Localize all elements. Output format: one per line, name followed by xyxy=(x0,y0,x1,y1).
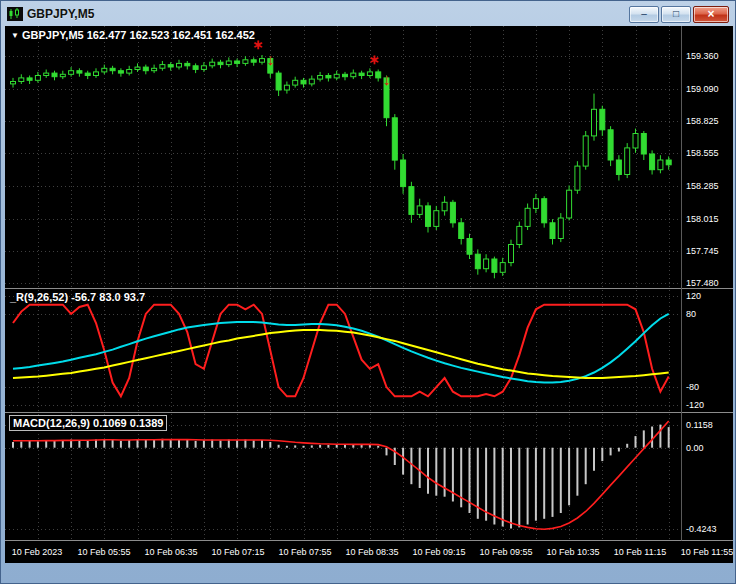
macd-scale-label: 0.1158 xyxy=(686,420,713,430)
time-axis[interactable]: 10 Feb 202310 Feb 05:5510 Feb 06:3510 Fe… xyxy=(12,547,733,557)
main-pane-ohlc-label: GBPJPY,M5 162.477 162.523 162.451 162.45… xyxy=(22,29,255,41)
macd-indicator-label: MACD(12,26,9) 0.1069 0.1389 xyxy=(9,415,167,431)
price-label: 159.360 xyxy=(686,51,719,61)
macd-layer xyxy=(13,421,669,529)
wpr-lines-layer xyxy=(13,305,669,397)
time-label: 10 Feb 2023 xyxy=(12,547,63,557)
time-label: 10 Feb 09:15 xyxy=(412,547,465,557)
time-label: 10 Feb 10:35 xyxy=(546,547,599,557)
macd-signal-line xyxy=(13,421,669,529)
price-axis[interactable]: 159.360159.090158.825158.555158.285158.0… xyxy=(686,51,719,534)
candles-layer xyxy=(11,55,672,278)
minimize-button[interactable]: – xyxy=(629,6,659,23)
time-label: 10 Feb 05:55 xyxy=(77,547,130,557)
time-label: 10 Feb 08:35 xyxy=(345,547,398,557)
price-label: 157.745 xyxy=(686,246,719,256)
wpr-line-mid xyxy=(13,314,669,383)
price-label: 158.015 xyxy=(686,214,719,224)
price-label: 159.090 xyxy=(686,84,719,94)
macd-scale-label: 0.00 xyxy=(686,443,704,453)
window-controls: – □ × xyxy=(627,6,731,23)
chart-canvas[interactable]: ∗↓∗↓ 159.360159.090158.825158.555158.285… xyxy=(5,26,733,563)
sell-arrow-icon: ↓ xyxy=(383,71,391,88)
wpr-line-slow xyxy=(13,330,669,378)
main-pane-info: ▼GBPJPY,M5 162.477 162.523 162.451 162.4… xyxy=(11,29,255,41)
wpr-scale-label: 80 xyxy=(686,309,696,319)
window-titlebar[interactable]: GBPJPY,M5 – □ × xyxy=(5,3,731,25)
chart-window: GBPJPY,M5 – □ × ∗↓∗↓ 159.360159.090158.8… xyxy=(0,0,736,584)
symbol-dropdown-icon[interactable]: ▼ xyxy=(11,31,19,40)
wpr-scale-label: -120 xyxy=(686,400,704,410)
sell-arrow-icon: ↓ xyxy=(266,51,274,68)
grid-layer xyxy=(5,26,681,540)
maximize-button[interactable]: □ xyxy=(661,6,691,23)
price-label: 158.285 xyxy=(686,181,719,191)
time-label: 10 Feb 11:55 xyxy=(681,547,733,557)
macd-scale-label: -0.4243 xyxy=(686,524,717,534)
price-label: 158.825 xyxy=(686,116,719,126)
price-label: 158.555 xyxy=(686,148,719,158)
time-label: 10 Feb 11:15 xyxy=(614,547,666,557)
window-chart-icon xyxy=(7,7,23,21)
time-label: 10 Feb 09:55 xyxy=(479,547,532,557)
time-label: 10 Feb 06:35 xyxy=(144,547,197,557)
wpr-scale-label: -80 xyxy=(686,382,699,392)
window-title: GBPJPY,M5 xyxy=(27,7,94,21)
price-label: 157.480 xyxy=(686,278,719,288)
signal-star-icon: ∗ xyxy=(369,52,380,67)
time-label: 10 Feb 07:15 xyxy=(211,547,264,557)
signal-marks-layer: ∗↓∗↓ xyxy=(253,37,391,88)
close-button[interactable]: × xyxy=(693,6,729,23)
wpr-indicator-label: _R(9,26,52) -56.7 83.0 93.7 xyxy=(10,291,145,303)
wpr-scale-label: 120 xyxy=(686,291,701,301)
time-label: 10 Feb 07:55 xyxy=(278,547,331,557)
